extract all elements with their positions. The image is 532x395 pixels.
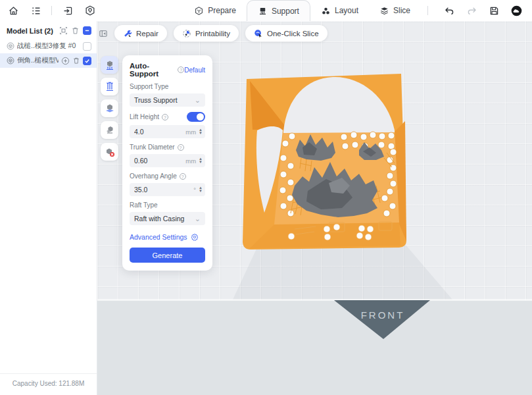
model-name: 倒角..槌模型V1.1 #0 — [17, 56, 59, 65]
save-icon[interactable] — [487, 4, 500, 17]
delete-support-tool-icon — [105, 147, 115, 157]
trunk-diameter-stepper[interactable]: ▲ ▼ — [199, 157, 203, 164]
edit-support-tool-button[interactable] — [101, 121, 118, 139]
auto-support-panel: Auto-Support ? Default Support Type Trus… — [122, 55, 212, 271]
topbar-actions — [443, 4, 523, 17]
help-icon[interactable]: ? — [178, 144, 184, 151]
manual-support-tool-icon — [105, 82, 115, 92]
import-icon[interactable] — [61, 4, 74, 17]
tab-support[interactable]: Support — [247, 0, 310, 21]
add-icon[interactable] — [61, 57, 70, 65]
viewport-3d[interactable]: FRONT Repair Printability One-Click Slic… — [97, 21, 532, 395]
actions-divider — [427, 6, 428, 15]
machine-settings-icon[interactable] — [84, 4, 97, 17]
help-icon[interactable]: ? — [178, 66, 184, 73]
support-tool-strip — [101, 56, 118, 161]
help-icon[interactable]: ? — [162, 114, 168, 120]
topbar-divider — [51, 6, 52, 15]
topbar-left-group — [7, 4, 97, 17]
support-type-select[interactable]: Truss Support ⌄ — [130, 93, 205, 107]
prepare-icon — [194, 6, 204, 16]
platform-tool-button[interactable] — [101, 99, 118, 117]
model-list-header-icons — [59, 26, 91, 35]
pill-label: Printability — [195, 30, 230, 38]
overhang-angle-input[interactable] — [134, 186, 168, 194]
trunk-diameter-input[interactable] — [134, 157, 168, 165]
panel-title: Auto-Support — [130, 62, 175, 78]
delete-support-tool-button[interactable] — [101, 143, 118, 161]
tab-label: Prepare — [208, 6, 236, 15]
printability-button[interactable]: Printability — [174, 25, 239, 41]
printability-icon — [182, 29, 191, 38]
quick-actions: Repair Printability One-Click Slice — [99, 25, 327, 41]
pill-label: One-Click Slice — [267, 30, 319, 38]
auto-support-tool-icon — [105, 60, 115, 70]
one-click-slice-icon — [254, 29, 263, 38]
undo-icon[interactable] — [443, 4, 456, 17]
gear-icon — [191, 233, 199, 241]
lift-height-unit: mm — [185, 128, 196, 136]
support-type-label: Support Type — [130, 83, 205, 90]
model-list-header: Model List (2) — [0, 21, 97, 39]
model-list-title: Model List (2) — [7, 27, 59, 35]
layout-icon — [321, 6, 331, 16]
model-list-icon[interactable] — [29, 4, 42, 17]
edit-support-tool-icon — [105, 125, 115, 136]
home-icon[interactable] — [7, 4, 20, 17]
tab-label: Layout — [335, 6, 358, 15]
select-all-checkbox[interactable] — [83, 26, 91, 35]
manual-support-tool-button[interactable] — [101, 78, 118, 95]
pill-label: Repair — [136, 30, 158, 38]
raft-type-select[interactable]: Raft with Casing ⌄ — [130, 212, 205, 225]
topbar-right-group: Prepare Support Layout Slice — [183, 0, 523, 21]
chevron-down-icon: ⌄ — [195, 215, 201, 222]
support-type-value: Truss Support — [134, 96, 178, 104]
select-all-icon[interactable] — [59, 26, 68, 35]
repair-icon — [123, 29, 132, 38]
trunk-diameter-field[interactable]: mm ▲ ▼ — [130, 154, 205, 167]
platform-tool-icon — [105, 103, 115, 114]
support-icon — [258, 6, 268, 16]
model-checkbox[interactable] — [83, 42, 91, 51]
overhang-angle-unit: ° — [193, 186, 196, 194]
mode-tabs: Prepare Support Layout Slice — [183, 0, 421, 21]
delete-model-icon[interactable] — [72, 57, 80, 65]
model-list: 战槌..模型3修复 #0 倒角..槌模型V1.1 #0 — [0, 39, 97, 68]
advanced-settings-link[interactable]: Advanced Settings — [130, 233, 205, 241]
tab-label: Slice — [393, 6, 410, 15]
help-icon[interactable]: ? — [180, 173, 186, 180]
chevron-down-icon: ⌄ — [195, 97, 201, 103]
lift-height-toggle[interactable] — [187, 112, 205, 122]
viewport-floor-area — [97, 300, 532, 395]
overhang-angle-label: Overhang Angle ? — [130, 172, 205, 180]
lift-height-input[interactable] — [134, 128, 168, 136]
default-link[interactable]: Default — [184, 66, 205, 74]
tab-layout[interactable]: Layout — [310, 0, 369, 21]
repair-button[interactable]: Repair — [114, 25, 167, 41]
lift-height-stepper[interactable]: ▲ ▼ — [199, 128, 203, 135]
lift-height-field[interactable]: mm ▲ ▼ — [130, 125, 205, 138]
lift-height-label: Lift Height ? — [130, 112, 205, 122]
model-name: 战槌..模型3修复 #0 — [17, 41, 80, 51]
capacity-used: Capacity Used: 121.88M — [0, 373, 97, 395]
raft-type-label: Raft Type — [130, 201, 205, 209]
model-checkbox[interactable] — [83, 57, 91, 65]
model-list-item[interactable]: 战槌..模型3修复 #0 — [0, 39, 97, 53]
model-cube-icon — [7, 42, 14, 50]
collapse-sidebar-icon[interactable] — [99, 28, 108, 40]
one-click-slice-button[interactable]: One-Click Slice — [245, 25, 327, 41]
stepper-down-icon: ▼ — [199, 190, 203, 193]
tab-slice[interactable]: Slice — [369, 0, 421, 21]
tab-prepare[interactable]: Prepare — [183, 0, 247, 21]
model-list-sidebar: Model List (2) 战槌..模型3修复 #0 倒角..槌模型V1.1 … — [0, 21, 97, 395]
delete-all-icon[interactable] — [71, 26, 80, 35]
trunk-diameter-label: Trunk Diameter ? — [130, 144, 205, 151]
redo-icon[interactable] — [465, 4, 478, 17]
auto-support-tool-button[interactable] — [101, 56, 118, 74]
generate-button[interactable]: Generate — [130, 248, 205, 263]
overhang-angle-stepper[interactable]: ▲ ▼ — [199, 186, 203, 193]
model-list-item[interactable]: 倒角..槌模型V1.1 #0 — [0, 53, 97, 68]
stepper-down-icon: ▼ — [199, 161, 203, 164]
cloud-icon[interactable] — [510, 4, 523, 17]
overhang-angle-field[interactable]: ° ▲ ▼ — [130, 183, 205, 196]
